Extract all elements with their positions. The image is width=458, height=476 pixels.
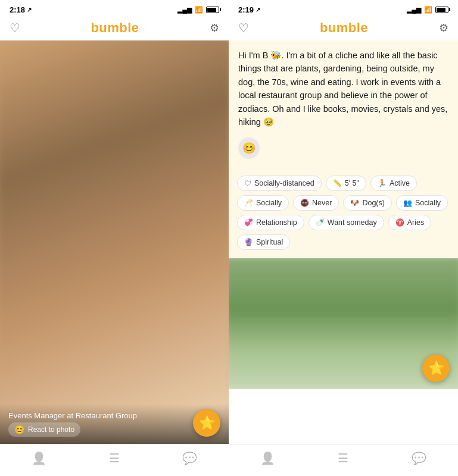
right-status-bar: 2:19 ↗ ▂▄▆ 📶 [229, 0, 458, 17]
left-bumble-logo: bumble [91, 20, 139, 36]
tag-shield-icon: 🛡 [244, 179, 251, 187]
right-filter-icon[interactable]: ⚙ [439, 21, 448, 35]
right-signal-icon: ▂▄▆ [407, 6, 421, 14]
tag-smoking-label: Never [312, 199, 332, 207]
tag-no-smoke-icon: 🚭 [300, 199, 309, 207]
tag-kids-icon: 🍼 [316, 218, 325, 227]
tag-drinking-label: Socially [256, 199, 282, 207]
signal-icon: ▂▄▆ [177, 6, 192, 14]
right-star-badge[interactable]: ⭐ [422, 355, 450, 382]
heart-icon[interactable]: ♡ [10, 21, 20, 35]
right-wifi-icon: 📶 [424, 6, 432, 14]
right-nav-profile-icon[interactable] [260, 450, 275, 466]
tag-socially-distanced-label: Socially-distanced [254, 179, 314, 187]
tag-height-label: 5' 5" [345, 179, 359, 187]
right-time-text: 2:19 [238, 5, 254, 14]
left-bottom-nav [0, 444, 229, 476]
react-to-photo-button[interactable]: 😊 React to photo [8, 422, 80, 437]
right-nav-cards-icon[interactable] [338, 450, 348, 466]
left-status-bar: 2:18 ↗ ▂▄▆ 📶 [0, 0, 229, 17]
tag-drink-icon: 🥂 [244, 199, 253, 207]
left-nav-profile-icon[interactable] [32, 450, 46, 466]
tag-active-label: Active [390, 179, 410, 187]
right-heart-icon[interactable]: ♡ [238, 21, 249, 35]
tag-relationship: 💞 Relationship [237, 215, 304, 230]
tag-socially-distanced: 🛡 Socially-distanced [237, 176, 322, 191]
bio-text: Hi I'm B 🐝. I'm a bit of a cliche and li… [238, 49, 448, 129]
tag-people-icon: 👥 [403, 199, 412, 207]
tag-run-icon: 🏃 [378, 179, 387, 187]
left-filter-icon[interactable]: ⚙ [210, 21, 219, 35]
photo-title: Events Manager at Restaurant Group [8, 411, 220, 420]
blurred-photo-bg [0, 40, 229, 444]
tag-height: 📏 5' 5" [326, 176, 366, 191]
react-to-photo-label: React to photo [28, 425, 74, 434]
left-phone-panel: 2:18 ↗ ▂▄▆ 📶 ♡ bumble ⚙ Events Manager a… [0, 0, 229, 476]
right-app-header: ♡ bumble ⚙ [229, 17, 458, 40]
tag-spiritual-icon: 🔮 [244, 238, 253, 246]
tag-drinking: 🥂 Socially [237, 195, 289, 211]
tag-social: 👥 Socially [396, 195, 448, 211]
tag-smoking: 🚭 Never [293, 195, 339, 211]
left-status-time: 2:18 ↗ [10, 5, 32, 14]
left-app-header: ♡ bumble ⚙ [0, 17, 229, 40]
second-profile-photo: ⭐ [229, 258, 458, 389]
right-status-icons: ▂▄▆ 📶 [407, 6, 448, 14]
tag-heart-icon: 💞 [244, 218, 253, 227]
tag-zodiac-label: Aries [407, 218, 424, 227]
tag-spiritual-label: Spiritual [256, 238, 283, 246]
tag-dog-icon: 🐶 [350, 199, 359, 207]
tag-relationship-label: Relationship [256, 218, 297, 227]
profile-photo: Events Manager at Restaurant Group 😊 Rea… [0, 40, 229, 444]
right-scroll-content[interactable]: Hi I'm B 🐝. I'm a bit of a cliche and li… [229, 40, 458, 444]
tag-pets: 🐶 Dog(s) [343, 195, 392, 211]
location-arrow-icon: ↗ [27, 7, 32, 13]
tag-zodiac: ♈ Aries [388, 215, 431, 230]
left-nav-cards-icon[interactable] [109, 450, 120, 466]
left-star-badge[interactable]: ⭐ [193, 409, 220, 437]
right-nav-chat-icon[interactable] [412, 450, 426, 466]
right-bumble-logo: bumble [320, 20, 368, 36]
right-battery-icon [435, 7, 448, 13]
tag-social-label: Socially [415, 199, 441, 207]
left-status-icons: ▂▄▆ 📶 [177, 6, 219, 14]
tag-active: 🏃 Active [370, 176, 417, 191]
right-bottom-nav [229, 444, 458, 476]
tag-kids: 🍼 Want someday [309, 215, 384, 230]
right-status-time: 2:19 ↗ [238, 5, 260, 14]
left-time-text: 2:18 [10, 5, 25, 14]
tags-section: 🛡 Socially-distanced 📏 5' 5" 🏃 Active 🥂 … [229, 168, 458, 258]
tag-zodiac-icon: ♈ [395, 218, 404, 227]
tag-ruler-icon: 📏 [333, 179, 342, 187]
right-location-arrow-icon: ↗ [256, 7, 260, 13]
right-phone-panel: 2:19 ↗ ▂▄▆ 📶 ♡ bumble ⚙ Hi I'm B 🐝. I'm … [229, 0, 458, 476]
tag-kids-label: Want someday [328, 218, 377, 227]
left-nav-chat-icon[interactable] [182, 450, 197, 466]
emoji-reaction-button[interactable]: 😊 [238, 137, 260, 159]
tag-pets-label: Dog(s) [362, 199, 385, 207]
tag-spiritual: 🔮 Spiritual [237, 234, 290, 250]
bio-section: Hi I'm B 🐝. I'm a bit of a cliche and li… [229, 40, 458, 168]
wifi-icon: 📶 [195, 6, 203, 14]
react-emoji-icon: 😊 [14, 425, 24, 434]
battery-icon [206, 7, 219, 13]
